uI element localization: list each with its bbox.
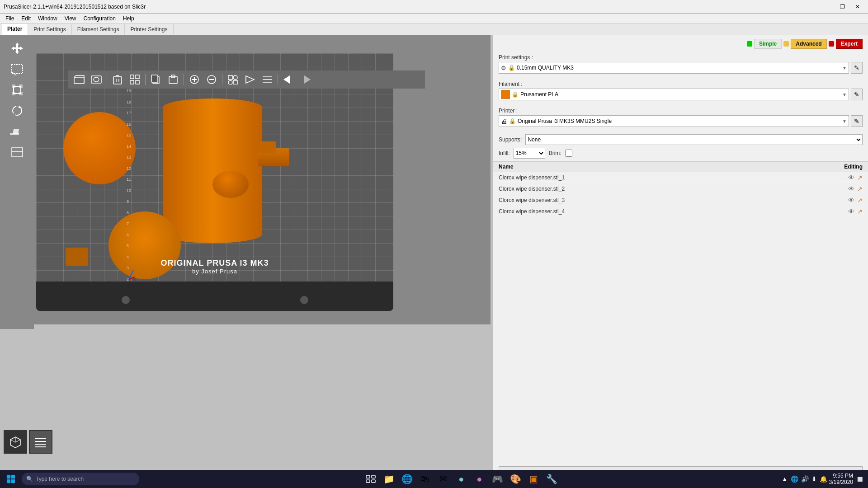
place-tool[interactable]	[6, 122, 28, 141]
edit-icon-2[interactable]: ↗	[857, 185, 863, 192]
print-profile-field[interactable]: ⚙ 🔒 0.15mm QUALITY MK3 ▼	[499, 62, 849, 74]
eye-icon-2[interactable]: 👁	[848, 185, 854, 192]
add-copies-btn[interactable]	[187, 73, 202, 86]
scale-ruler: 19 18 17 16 15 14 13 12 11 10 9 8 7 6 5 …	[127, 89, 131, 282]
printer-label: Printer :	[499, 108, 863, 114]
cut-tool[interactable]	[6, 143, 28, 162]
prusaslicer-taskbar[interactable]: ▣	[525, 471, 542, 487]
arrange-btn[interactable]	[127, 73, 142, 86]
paste-btn[interactable]	[165, 73, 181, 86]
bed-surface: + ORIGINAL PRUSA i3 MK3 by Josef Prusa	[36, 53, 393, 293]
supports-dropdown[interactable]: None	[525, 134, 863, 145]
printer-profile-field[interactable]: 🖨 🔒 Original Prusa i3 MK3S MMU2S Single …	[499, 115, 849, 127]
print-settings-section: Print settings : ⚙ 🔒 0.15mm QUALITY MK3 …	[493, 52, 868, 79]
object-2-icons: 👁 ↗	[835, 185, 863, 192]
show-desktop-btn[interactable]: ⬜	[855, 477, 863, 482]
menu-view[interactable]: View	[61, 14, 80, 23]
minimize-button[interactable]: —	[820, 2, 834, 11]
left-toolbar	[0, 35, 34, 329]
toolbar-separator-4	[222, 74, 222, 85]
svg-marker-1	[15, 52, 19, 54]
menu-file[interactable]: File	[2, 14, 18, 23]
print-settings-edit-btn[interactable]: ✎	[851, 62, 863, 74]
task-view-btn[interactable]	[363, 471, 379, 487]
search-bar[interactable]: 🔍 Type here to search	[22, 473, 139, 485]
infill-dropdown[interactable]: 15%	[514, 148, 545, 159]
app8-taskbar[interactable]: 🎮	[489, 471, 505, 487]
layers-btn[interactable]	[259, 73, 275, 86]
ruler-mark-12: 12	[127, 166, 131, 171]
tab-print-settings[interactable]: Print Settings	[28, 24, 71, 34]
menu-edit[interactable]: Edit	[18, 14, 34, 23]
advanced-mode-btn[interactable]: Advanced	[791, 39, 826, 49]
start-button[interactable]	[2, 471, 20, 487]
eye-icon-3[interactable]: 👁	[848, 197, 854, 204]
tray-up-arrow[interactable]: ▲	[782, 475, 788, 483]
tray-network[interactable]: 🌐	[791, 475, 798, 483]
print-settings-label: Print settings :	[499, 54, 863, 61]
move-tool[interactable]	[6, 39, 28, 58]
svg-rect-6	[12, 65, 23, 74]
svg-marker-0	[15, 42, 19, 45]
3d-view-btn[interactable]	[71, 73, 87, 86]
tray-sound[interactable]: 🔊	[801, 475, 809, 483]
tab-plater[interactable]: Plater	[2, 24, 28, 35]
tray-update[interactable]: ⬇	[811, 475, 817, 483]
svg-rect-30	[136, 80, 139, 84]
edit-icon-4[interactable]: ↗	[857, 208, 863, 215]
object-4-icons: 👁 ↗	[835, 208, 863, 215]
filament-settings-section: Filament : 🔒 Prusament PLA ▼ ✎	[493, 79, 868, 106]
edit-icon-3[interactable]: ↗	[857, 197, 863, 204]
rotate-tool[interactable]	[6, 101, 28, 120]
viewport[interactable]: + ORIGINAL PRUSA i3 MK3 by Josef Prusa Z…	[34, 35, 491, 324]
svg-marker-49	[283, 75, 290, 84]
remove-copies-btn[interactable]	[204, 73, 219, 86]
simple-mode-btn[interactable]: Simple	[754, 39, 782, 49]
svg-rect-17	[12, 148, 23, 157]
app11-taskbar[interactable]: 🔧	[543, 471, 560, 487]
maximize-button[interactable]: ❐	[835, 2, 849, 11]
object-sphere[interactable]	[63, 112, 136, 184]
objects-list: Name Editing Clorox wipe dispenser.stl_1…	[493, 161, 868, 217]
filament-profile-field[interactable]: 🔒 Prusament PLA ▼	[499, 89, 849, 100]
3d-mode-btn[interactable]	[4, 430, 27, 454]
brim-checkbox[interactable]	[565, 150, 572, 157]
back-btn[interactable]	[281, 73, 296, 86]
menu-help[interactable]: Help	[119, 14, 138, 23]
file-explorer-taskbar[interactable]: 📁	[381, 471, 397, 487]
tab-printer-settings[interactable]: Printer Settings	[125, 24, 173, 34]
app9-taskbar[interactable]: 🎨	[507, 471, 524, 487]
tab-filament-settings[interactable]: Filament Settings	[72, 24, 125, 34]
chrome-taskbar[interactable]: 🌐	[399, 471, 415, 487]
printer-edit-btn[interactable]: ✎	[851, 115, 863, 127]
generic-btn[interactable]	[225, 73, 241, 86]
delete-btn[interactable]	[110, 73, 125, 86]
mail-taskbar[interactable]: ✉	[435, 471, 451, 487]
menu-window[interactable]: Window	[34, 14, 61, 23]
filament-color-swatch[interactable]	[501, 90, 510, 99]
eye-icon-4[interactable]: 👁	[848, 208, 854, 215]
svg-rect-64	[11, 475, 15, 479]
top-view-btn[interactable]	[89, 73, 104, 86]
scale-tool[interactable]	[6, 80, 28, 99]
preview-btn[interactable]	[242, 73, 258, 86]
filament-edit-btn[interactable]: ✎	[851, 89, 863, 100]
object-cylinder[interactable]	[163, 99, 262, 243]
edit-icon-1[interactable]: ↗	[857, 174, 863, 181]
menu-configuration[interactable]: Configuration	[80, 14, 119, 23]
select-box-tool[interactable]	[6, 60, 28, 79]
forward-btn[interactable]	[298, 73, 313, 86]
store-taskbar[interactable]: 🛍	[417, 471, 433, 487]
app6-taskbar[interactable]: ●	[453, 471, 469, 487]
eye-icon-1[interactable]: 👁	[848, 174, 854, 181]
tray-notifications[interactable]: 🔔	[820, 475, 827, 483]
svg-line-57	[10, 440, 15, 442]
expert-mode-btn[interactable]: Expert	[836, 39, 863, 49]
copy-btn[interactable]	[148, 73, 164, 86]
clock-display[interactable]: 9:55 PM 3/19/2020	[829, 473, 853, 485]
layers-mode-btn[interactable]	[29, 430, 52, 454]
app7-taskbar[interactable]: ●	[471, 471, 487, 487]
object-small-sphere	[212, 171, 249, 198]
ruler-mark-14: 14	[127, 144, 131, 149]
close-button[interactable]: ✕	[851, 2, 864, 11]
